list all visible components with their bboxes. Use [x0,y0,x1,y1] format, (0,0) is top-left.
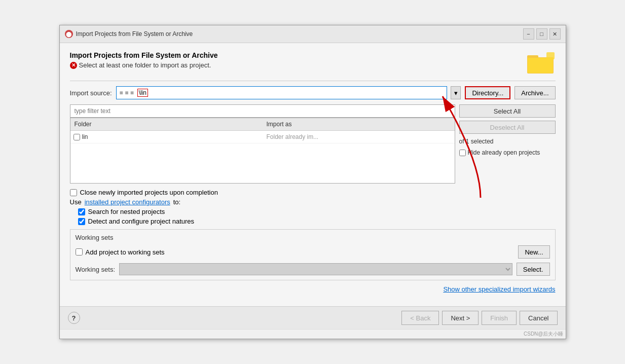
folder-cell[interactable]: lin [70,132,263,141]
next-button[interactable]: Next > [442,311,479,325]
col-header-folder: Folder [70,120,263,129]
to-text: to: [173,198,180,206]
main-title: Import Projects from File System or Arch… [70,51,218,59]
finish-button[interactable]: Finish [482,311,517,325]
close-newly-label: Close newly imported projects upon compl… [80,189,218,196]
detect-natures-checkbox[interactable] [78,218,85,225]
dialog-header: Import Projects from File System or Arch… [70,51,556,76]
import-source-label: Import source: [70,89,112,97]
use-text: Use [70,198,82,206]
new-working-set-button[interactable]: New... [518,245,549,259]
col-header-import-as: Import as [263,120,455,129]
selected-count: of 1 selected [459,137,556,146]
add-to-working-sets-row: Add project to working sets [76,248,165,256]
cancel-button[interactable]: Cancel [520,311,557,325]
working-sets-input-row: Working sets: Select. [76,263,550,276]
content-area: Folder Import as lin Folder already im..… [70,104,556,184]
title-bar: ⬤ Import Projects from File System or Ar… [60,25,566,43]
folder-name: lin [82,133,88,140]
path-highlight: \lin [137,89,148,97]
close-btn[interactable]: ✕ [549,28,561,40]
close-newly-row: Close newly imported projects upon compl… [70,189,556,196]
import-as-cell: Folder already im... [263,132,455,141]
search-nested-checkbox[interactable] [78,208,85,215]
detect-natures-row: Detect and configure project natures [70,217,556,225]
import-source-field[interactable]: ■ ■ ■ \lin [116,86,448,99]
hide-projects-checkbox[interactable] [459,150,466,156]
archive-button[interactable]: Archive... [514,86,555,99]
add-working-sets-checkbox[interactable] [76,248,83,256]
folder-icon [527,51,556,76]
watermark: CSDN@后夫小睡 [60,329,566,339]
working-sets-add-row: Add project to working sets New... [76,245,550,259]
options-section: Close newly imported projects upon compl… [70,189,556,225]
app-icon: ⬤ [65,30,73,38]
select-working-set-button[interactable]: Select. [517,263,550,276]
table-container: Folder Import as lin Folder already im..… [70,118,455,184]
deselect-all-button[interactable]: Deselect All [459,121,556,134]
select-all-button[interactable]: Select All [459,104,556,118]
subtitle-row: ✕ Select at least one folder to import a… [70,61,218,69]
row-checkbox[interactable] [73,134,80,140]
minimize-btn[interactable]: − [523,28,534,40]
hide-projects-row: Hide already open projects [459,149,556,156]
configurators-link[interactable]: installed project configurators [85,198,170,206]
back-button[interactable]: < Back [401,311,439,325]
table-row[interactable]: lin Folder already im... [70,131,455,143]
path-prefix: ■ ■ ■ [120,89,137,96]
subtitle-text: Select at least one folder to import as … [79,61,211,69]
filter-input[interactable] [70,104,455,118]
dropdown-arrow[interactable]: ▾ [451,86,461,99]
dialog-footer: ? < Back Next > Finish Cancel [60,306,566,329]
help-button[interactable]: ? [68,312,80,324]
detect-natures-label: Detect and configure project natures [88,217,195,225]
maximize-btn[interactable]: □ [536,28,547,40]
table-header: Folder Import as [70,118,455,131]
working-sets-title: Working sets [76,234,550,241]
svg-rect-2 [528,58,553,73]
window-controls: − □ ✕ [523,28,561,40]
error-icon: ✕ [70,62,77,69]
search-nested-row: Search for nested projects [70,208,556,215]
title-bar-text: Import Projects from File System or Arch… [76,30,193,38]
svg-rect-3 [546,52,555,59]
directory-button[interactable]: Directory... [465,86,510,99]
import-source-row: Import source: ■ ■ ■ \lin ▾ Directory...… [70,86,556,99]
right-panel: Select All Deselect All of 1 selected Hi… [459,104,556,184]
close-newly-checkbox[interactable] [70,189,77,196]
working-sets-dropdown[interactable] [119,263,512,275]
add-working-sets-label: Add project to working sets [86,248,165,256]
hide-projects-label: Hide already open projects [468,149,540,156]
import-as-value: Folder already im... [267,133,319,140]
show-wizards-link[interactable]: Show other specialized import wizards [70,285,556,293]
search-nested-label: Search for nested projects [88,208,165,215]
left-panel: Folder Import as lin Folder already im..… [70,104,455,184]
working-sets-group: Working sets Add project to working sets… [70,229,556,280]
working-sets-label: Working sets: [76,266,116,273]
use-configurators-row: Use installed project configurators to: [70,198,556,206]
